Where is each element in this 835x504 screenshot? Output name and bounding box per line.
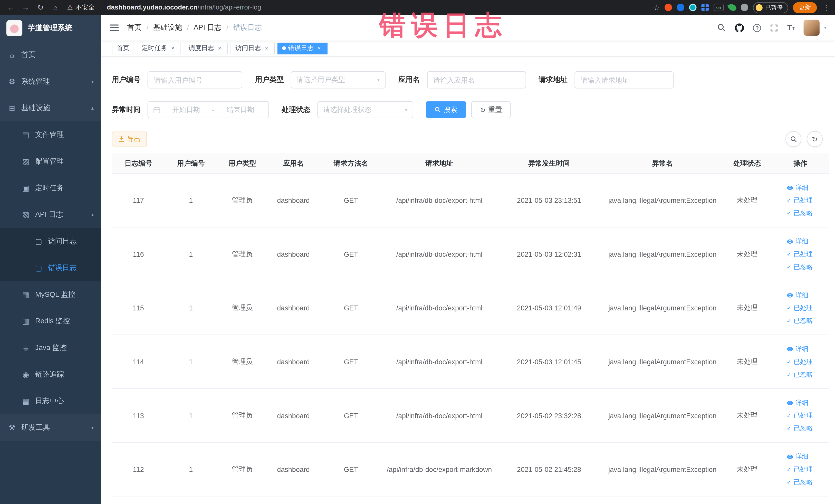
extension-icon[interactable] — [741, 4, 748, 11]
user-type-select[interactable]: 请选择用户类型 ▾ — [291, 72, 386, 88]
gear-icon: ⚙ — [7, 77, 16, 86]
search-icon — [790, 136, 797, 142]
site-security-chip[interactable]: ⚠ 不安全 — [67, 3, 95, 12]
action-processed[interactable]: ✓ 已处理 — [787, 411, 813, 420]
tab-home[interactable]: 首页 — [112, 42, 134, 54]
refresh-icon: ↻ — [480, 106, 486, 114]
sidebar-item-dev-tools[interactable]: ⚒ 研发工具 ▾ — [0, 415, 101, 441]
sidebar-item-trace[interactable]: ◉ 链路追踪 — [0, 361, 101, 388]
sidebar-item-config-manage[interactable]: ▨ 配置管理 — [0, 148, 101, 175]
hamburger-icon[interactable] — [109, 24, 119, 31]
action-processed[interactable]: ✓ 已处理 — [787, 465, 813, 474]
exception-time-range-picker[interactable]: 开始日期 - 结束日期 — [148, 101, 269, 118]
action-detail[interactable]: 详细 — [787, 183, 808, 192]
user-id-input[interactable] — [148, 72, 242, 88]
cell-exception-name: java.lang.IllegalArgumentException — [602, 335, 722, 388]
sidebar-item-file-manage[interactable]: ▤ 文件管理 — [0, 121, 101, 148]
refresh-button[interactable]: ↻ — [807, 131, 823, 147]
active-dot — [282, 46, 286, 50]
action-processed[interactable]: ✓ 已处理 — [787, 249, 813, 259]
bookmark-star-icon[interactable]: ☆ — [653, 3, 660, 11]
browser-update-button[interactable]: 更新 — [793, 2, 817, 13]
extension-icon[interactable] — [665, 4, 672, 11]
extension-icon[interactable] — [728, 3, 737, 12]
request-url-input[interactable] — [574, 72, 673, 88]
col-log-id: 日志编号 — [112, 153, 165, 173]
emoji-icon — [756, 4, 762, 11]
close-icon[interactable]: × — [263, 45, 270, 52]
paused-badge[interactable]: 已暂停 — [753, 2, 788, 13]
action-detail[interactable]: 详细 — [787, 452, 808, 461]
cell-method: GET — [319, 174, 383, 227]
back-icon[interactable]: ← — [4, 1, 17, 14]
sidebar-item-scheduled-task[interactable]: ▣ 定时任务 — [0, 175, 101, 201]
close-icon[interactable]: × — [316, 45, 323, 52]
action-processed[interactable]: ✓ 已处理 — [787, 357, 813, 366]
search-button[interactable]: 搜索 — [426, 101, 466, 118]
action-detail[interactable]: 详细 — [787, 344, 808, 353]
breadcrumb-item[interactable]: 首页 — [127, 23, 142, 32]
action-detail[interactable]: 详细 — [787, 398, 808, 407]
extension-icon[interactable] — [677, 4, 684, 11]
breadcrumb-item[interactable]: 基础设施 — [153, 23, 182, 32]
action-ignored[interactable]: ✓ 已忽略 — [787, 316, 813, 325]
avatar[interactable] — [804, 20, 820, 36]
action-ignored[interactable]: ✓ 已忽略 — [787, 478, 813, 486]
sidebar-item-mysql-monitor[interactable]: ▦ MySQL 监控 — [0, 281, 101, 308]
cell-user-id: 1 — [165, 227, 217, 281]
warning-icon: ⚠ — [67, 4, 73, 11]
action-processed[interactable]: ✓ 已处理 — [787, 303, 813, 312]
breadcrumb-item[interactable]: API 日志 — [194, 23, 222, 32]
cell-actions: 详细 ✓ 已处理 ✓ 已忽略 — [772, 389, 829, 442]
address-bar[interactable]: dashboard.yudao.iocoder.cn/infra/log/api… — [107, 4, 646, 11]
action-processed[interactable]: ✓ 已处理 — [787, 196, 813, 205]
extension-icon[interactable] — [689, 4, 697, 11]
document-icon: ▧ — [21, 210, 30, 219]
action-detail[interactable]: 详细 — [787, 237, 808, 246]
sidebar-item-redis-monitor[interactable]: ▥ Redis 监控 — [0, 308, 101, 335]
cell-user-type: 管理员 — [217, 174, 268, 227]
process-status-select[interactable]: 请选择处理状态 ▾ — [317, 101, 413, 118]
tab-access-log[interactable]: 访问日志× — [230, 42, 274, 54]
fullscreen-icon[interactable] — [770, 24, 778, 32]
chevron-down-icon[interactable]: ▾ — [824, 25, 826, 31]
sidebar-item-log-center[interactable]: ▤ 日志中心 — [0, 388, 101, 415]
font-size-icon[interactable]: TT — [787, 23, 795, 32]
sidebar-item-access-log[interactable]: ▢ 访问日志 — [0, 228, 101, 255]
github-icon[interactable] — [735, 23, 744, 32]
help-icon[interactable]: ? — [753, 24, 761, 32]
cell-app-name: dashboard — [268, 335, 319, 388]
action-detail[interactable]: 详细 — [787, 291, 808, 300]
sidebar-item-error-log[interactable]: ▢ 错误日志 — [0, 255, 101, 281]
sidebar-item-infra[interactable]: ⊞ 基础设施 ▴ — [0, 95, 101, 121]
extension-icon[interactable] — [701, 4, 709, 11]
sidebar-item-home[interactable]: ⌂ 首页 — [0, 42, 101, 68]
sidebar-item-system[interactable]: ⚙ 系统管理 ▾ — [0, 68, 101, 95]
action-ignored[interactable]: ✓ 已忽略 — [787, 370, 813, 379]
table-row: 112 1 管理员 dashboard GET /api/infra/db-do… — [112, 443, 829, 497]
toggle-search-button[interactable] — [786, 131, 801, 147]
search-icon[interactable] — [717, 23, 726, 32]
forward-icon[interactable]: → — [19, 1, 32, 14]
close-icon[interactable]: × — [216, 45, 223, 52]
sidebar-item-java-monitor[interactable]: ☕ Java 监控 — [0, 335, 101, 361]
app-name-input[interactable] — [427, 72, 526, 88]
extension-icon[interactable]: on — [714, 4, 724, 11]
tab-error-log[interactable]: 错误日志× — [278, 42, 328, 54]
tab-schedule-log[interactable]: 调度日志× — [184, 42, 228, 54]
home-icon[interactable]: ⌂ — [49, 1, 62, 14]
app-title: 芋道管理系统 — [28, 23, 73, 33]
menu-label: 首页 — [21, 50, 36, 60]
close-icon[interactable]: × — [169, 45, 176, 52]
logo[interactable]: 芋道管理系统 — [0, 15, 101, 42]
reload-icon[interactable]: ↻ — [34, 1, 47, 14]
action-ignored[interactable]: ✓ 已忽略 — [787, 262, 813, 271]
sidebar-item-api-log[interactable]: ▧ API 日志 ▴ — [0, 201, 101, 228]
cell-exception-name: java.lang.IllegalArgumentException — [602, 227, 722, 281]
export-button[interactable]: 导出 — [112, 132, 147, 146]
tab-scheduled-task[interactable]: 定时任务× — [137, 42, 181, 54]
action-ignored[interactable]: ✓ 已忽略 — [787, 208, 813, 218]
action-ignored[interactable]: ✓ 已忽略 — [787, 424, 813, 432]
browser-menu-icon[interactable]: ⋮ — [823, 3, 830, 11]
reset-button[interactable]: ↻ 重置 — [471, 101, 511, 118]
